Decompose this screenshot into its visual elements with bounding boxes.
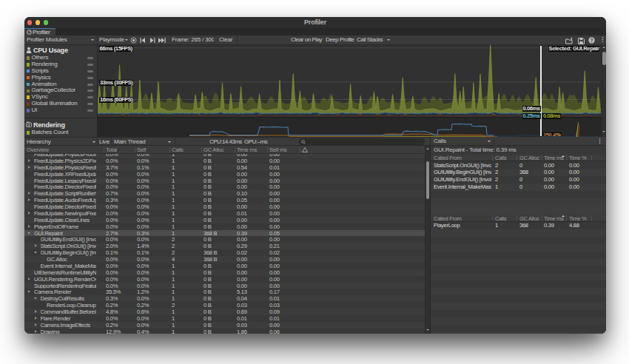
svg-text:?: ? <box>591 38 593 43</box>
